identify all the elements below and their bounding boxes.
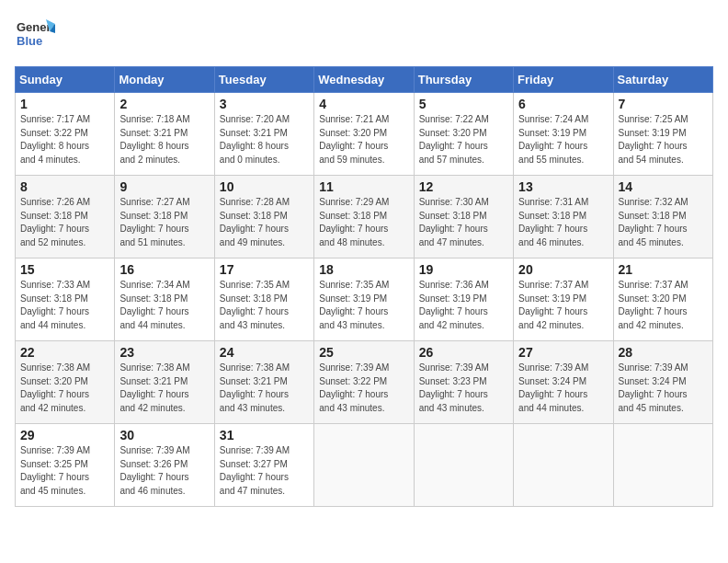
calendar-cell: 28Sunrise: 7:39 AMSunset: 3:24 PMDayligh… xyxy=(613,341,712,424)
day-info: Sunrise: 7:31 AMSunset: 3:18 PMDaylight:… xyxy=(518,197,588,247)
calendar-cell: 29Sunrise: 7:39 AMSunset: 3:25 PMDayligh… xyxy=(16,424,115,507)
day-number: 14 xyxy=(619,179,708,194)
day-number: 11 xyxy=(319,179,408,194)
day-info: Sunrise: 7:35 AMSunset: 3:18 PMDaylight:… xyxy=(220,280,290,330)
day-number: 31 xyxy=(220,428,309,442)
day-number: 18 xyxy=(319,262,408,277)
day-info: Sunrise: 7:24 AMSunset: 3:19 PMDaylight:… xyxy=(518,114,588,165)
day-number: 1 xyxy=(20,97,109,111)
day-info: Sunrise: 7:39 AMSunset: 3:24 PMDaylight:… xyxy=(619,362,688,413)
day-number: 22 xyxy=(20,345,109,360)
weekday-header-sunday: Sunday xyxy=(16,67,115,93)
calendar-cell: 26Sunrise: 7:39 AMSunset: 3:23 PMDayligh… xyxy=(414,341,513,424)
day-number: 5 xyxy=(419,97,508,111)
calendar-cell: 24Sunrise: 7:38 AMSunset: 3:21 PMDayligh… xyxy=(214,341,313,424)
weekday-header-saturday: Saturday xyxy=(613,67,712,93)
calendar-cell xyxy=(514,424,613,507)
calendar-cell: 22Sunrise: 7:38 AMSunset: 3:20 PMDayligh… xyxy=(16,341,115,424)
calendar-cell: 10Sunrise: 7:28 AMSunset: 3:18 PMDayligh… xyxy=(214,176,313,259)
weekday-header-wednesday: Wednesday xyxy=(314,67,414,93)
calendar-cell: 9Sunrise: 7:27 AMSunset: 3:18 PMDaylight… xyxy=(115,176,214,259)
day-info: Sunrise: 7:38 AMSunset: 3:21 PMDaylight:… xyxy=(119,362,189,413)
logo-svg: General Blue xyxy=(15,15,55,55)
day-number: 20 xyxy=(518,262,608,277)
day-info: Sunrise: 7:38 AMSunset: 3:21 PMDaylight:… xyxy=(220,362,290,413)
day-number: 13 xyxy=(518,179,608,194)
calendar-cell: 4Sunrise: 7:21 AMSunset: 3:20 PMDaylight… xyxy=(314,93,414,176)
day-info: Sunrise: 7:37 AMSunset: 3:20 PMDaylight:… xyxy=(619,280,688,330)
day-info: Sunrise: 7:39 AMSunset: 3:26 PMDaylight:… xyxy=(119,445,189,496)
calendar-cell: 5Sunrise: 7:22 AMSunset: 3:20 PMDaylight… xyxy=(414,93,513,176)
day-info: Sunrise: 7:32 AMSunset: 3:18 PMDaylight:… xyxy=(619,197,688,247)
day-number: 21 xyxy=(619,262,708,277)
calendar-cell xyxy=(613,424,712,507)
day-number: 12 xyxy=(419,179,508,194)
day-info: Sunrise: 7:22 AMSunset: 3:20 PMDaylight:… xyxy=(419,114,489,165)
calendar-cell: 8Sunrise: 7:26 AMSunset: 3:18 PMDaylight… xyxy=(16,176,115,259)
day-number: 28 xyxy=(619,345,708,360)
day-number: 15 xyxy=(20,262,109,277)
calendar-cell: 1Sunrise: 7:17 AMSunset: 3:22 PMDaylight… xyxy=(16,93,115,176)
calendar-cell: 25Sunrise: 7:39 AMSunset: 3:22 PMDayligh… xyxy=(314,341,414,424)
calendar-cell: 20Sunrise: 7:37 AMSunset: 3:19 PMDayligh… xyxy=(514,259,613,341)
calendar-cell: 30Sunrise: 7:39 AMSunset: 3:26 PMDayligh… xyxy=(115,424,214,507)
day-number: 10 xyxy=(220,179,309,194)
calendar-cell: 11Sunrise: 7:29 AMSunset: 3:18 PMDayligh… xyxy=(314,176,414,259)
weekday-header-monday: Monday xyxy=(115,67,214,93)
day-info: Sunrise: 7:39 AMSunset: 3:25 PMDaylight:… xyxy=(20,445,90,496)
day-number: 23 xyxy=(119,345,209,360)
calendar-cell: 23Sunrise: 7:38 AMSunset: 3:21 PMDayligh… xyxy=(115,341,214,424)
day-info: Sunrise: 7:25 AMSunset: 3:19 PMDaylight:… xyxy=(619,114,688,165)
day-info: Sunrise: 7:30 AMSunset: 3:18 PMDaylight:… xyxy=(419,197,489,247)
logo: General Blue xyxy=(15,15,55,55)
day-number: 19 xyxy=(419,262,508,277)
day-number: 30 xyxy=(119,428,209,442)
weekday-header-tuesday: Tuesday xyxy=(214,67,313,93)
day-info: Sunrise: 7:35 AMSunset: 3:19 PMDaylight:… xyxy=(319,280,389,330)
day-info: Sunrise: 7:33 AMSunset: 3:18 PMDaylight:… xyxy=(20,280,90,330)
calendar-cell: 27Sunrise: 7:39 AMSunset: 3:24 PMDayligh… xyxy=(514,341,613,424)
calendar-cell: 13Sunrise: 7:31 AMSunset: 3:18 PMDayligh… xyxy=(514,176,613,259)
weekday-header-friday: Friday xyxy=(514,67,613,93)
day-number: 29 xyxy=(20,428,109,442)
weekday-header-thursday: Thursday xyxy=(414,67,513,93)
calendar: SundayMondayTuesdayWednesdayThursdayFrid… xyxy=(15,66,713,507)
calendar-cell: 18Sunrise: 7:35 AMSunset: 3:19 PMDayligh… xyxy=(314,259,414,341)
day-info: Sunrise: 7:39 AMSunset: 3:27 PMDaylight:… xyxy=(220,445,290,496)
calendar-cell: 31Sunrise: 7:39 AMSunset: 3:27 PMDayligh… xyxy=(214,424,313,507)
calendar-cell xyxy=(414,424,513,507)
day-number: 8 xyxy=(20,179,109,194)
svg-text:Blue: Blue xyxy=(17,34,42,48)
day-number: 16 xyxy=(119,262,209,277)
calendar-cell: 21Sunrise: 7:37 AMSunset: 3:20 PMDayligh… xyxy=(613,259,712,341)
day-number: 26 xyxy=(419,345,508,360)
day-info: Sunrise: 7:27 AMSunset: 3:18 PMDaylight:… xyxy=(119,197,189,247)
calendar-cell: 6Sunrise: 7:24 AMSunset: 3:19 PMDaylight… xyxy=(514,93,613,176)
day-info: Sunrise: 7:34 AMSunset: 3:18 PMDaylight:… xyxy=(119,280,189,330)
day-info: Sunrise: 7:38 AMSunset: 3:20 PMDaylight:… xyxy=(20,362,90,413)
day-info: Sunrise: 7:37 AMSunset: 3:19 PMDaylight:… xyxy=(518,280,588,330)
calendar-cell xyxy=(314,424,414,507)
day-info: Sunrise: 7:20 AMSunset: 3:21 PMDaylight:… xyxy=(220,114,290,165)
day-number: 4 xyxy=(319,97,408,111)
calendar-cell: 7Sunrise: 7:25 AMSunset: 3:19 PMDaylight… xyxy=(613,93,712,176)
day-info: Sunrise: 7:17 AMSunset: 3:22 PMDaylight:… xyxy=(20,114,90,165)
day-info: Sunrise: 7:28 AMSunset: 3:18 PMDaylight:… xyxy=(220,197,290,247)
day-info: Sunrise: 7:26 AMSunset: 3:18 PMDaylight:… xyxy=(20,197,90,247)
calendar-cell: 17Sunrise: 7:35 AMSunset: 3:18 PMDayligh… xyxy=(214,259,313,341)
page-header: General Blue xyxy=(15,15,713,55)
logo-wrapper: General Blue xyxy=(15,15,55,55)
day-info: Sunrise: 7:39 AMSunset: 3:22 PMDaylight:… xyxy=(319,362,389,413)
day-number: 27 xyxy=(518,345,608,360)
day-number: 7 xyxy=(619,97,708,111)
day-info: Sunrise: 7:21 AMSunset: 3:20 PMDaylight:… xyxy=(319,114,389,165)
calendar-cell: 3Sunrise: 7:20 AMSunset: 3:21 PMDaylight… xyxy=(214,93,313,176)
day-info: Sunrise: 7:18 AMSunset: 3:21 PMDaylight:… xyxy=(119,114,189,165)
calendar-cell: 15Sunrise: 7:33 AMSunset: 3:18 PMDayligh… xyxy=(16,259,115,341)
day-number: 2 xyxy=(119,97,209,111)
day-info: Sunrise: 7:39 AMSunset: 3:23 PMDaylight:… xyxy=(419,362,489,413)
day-number: 6 xyxy=(518,97,608,111)
day-info: Sunrise: 7:36 AMSunset: 3:19 PMDaylight:… xyxy=(419,280,489,330)
calendar-cell: 19Sunrise: 7:36 AMSunset: 3:19 PMDayligh… xyxy=(414,259,513,341)
day-number: 3 xyxy=(220,97,309,111)
